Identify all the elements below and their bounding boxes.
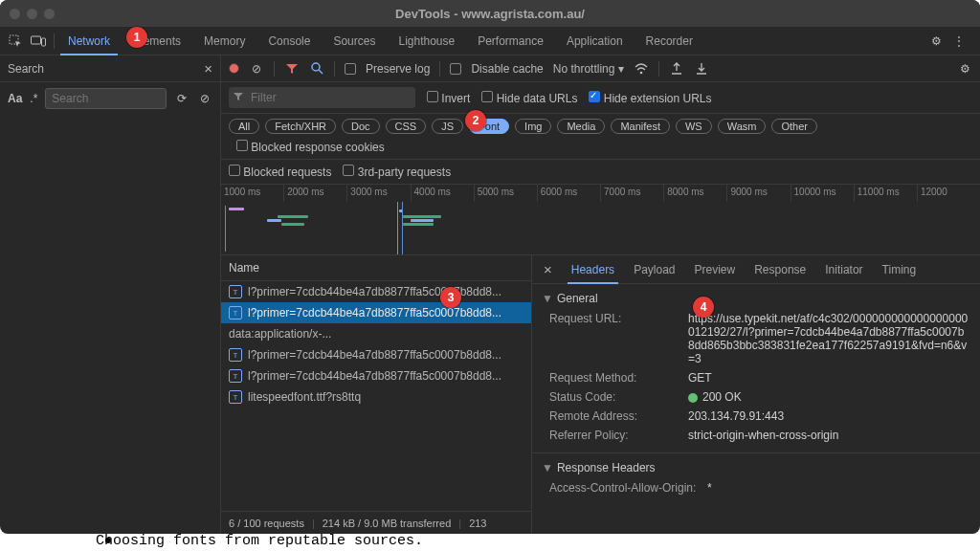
referrer-policy-value: strict-origin-when-cross-origin bbox=[688, 429, 970, 442]
hide-ext-urls-label: Hide extension URLs bbox=[604, 92, 712, 105]
close-window-dot[interactable] bbox=[10, 9, 20, 19]
type-filter-img[interactable]: Img bbox=[515, 119, 551, 134]
devtools-window: DevTools - www.agrista.com.au/ NetworkEl… bbox=[0, 0, 980, 534]
response-headers-section[interactable]: ▼Response Headers bbox=[532, 452, 980, 478]
regex-toggle[interactable]: .* bbox=[30, 92, 37, 105]
request-row[interactable]: data:application/x-... bbox=[221, 323, 531, 344]
remote-address-value: 203.134.79.91:443 bbox=[688, 409, 970, 423]
search-title: Search bbox=[8, 62, 198, 76]
tab-console[interactable]: Console bbox=[256, 27, 322, 55]
annotation-badge-1: 1 bbox=[126, 27, 147, 48]
settings-gear-icon[interactable]: ⚙ bbox=[928, 33, 944, 49]
tab-recorder[interactable]: Recorder bbox=[635, 27, 704, 55]
timeline-tick: 9000 ms bbox=[726, 185, 790, 202]
disable-cache-checkbox[interactable] bbox=[450, 63, 461, 75]
preserve-log-label: Preserve log bbox=[366, 62, 430, 76]
detail-tab-headers[interactable]: Headers bbox=[562, 255, 624, 284]
preserve-log-checkbox[interactable] bbox=[345, 63, 356, 75]
detail-tab-response[interactable]: Response bbox=[745, 255, 815, 284]
inspect-icon[interactable] bbox=[8, 33, 23, 49]
request-name: l?primer=7cdcb44be4a7db8877ffa5c0007b8dd… bbox=[248, 285, 501, 298]
hide-data-urls-checkbox[interactable] bbox=[481, 91, 493, 102]
type-filter-css[interactable]: CSS bbox=[386, 119, 427, 134]
detail-tab-timing[interactable]: Timing bbox=[873, 255, 926, 284]
type-filter-fetch-xhr[interactable]: Fetch/XHR bbox=[265, 119, 336, 134]
network-settings-icon[interactable]: ⚙ bbox=[957, 61, 972, 77]
resource-size: 213 bbox=[469, 518, 486, 529]
more-icon[interactable]: ⋮ bbox=[951, 33, 967, 49]
record-button[interactable] bbox=[229, 63, 239, 74]
filter-input[interactable] bbox=[229, 87, 415, 108]
type-filter-manifest[interactable]: Manifest bbox=[611, 119, 670, 134]
invert-checkbox[interactable] bbox=[427, 91, 438, 102]
timeline-tick: 2000 ms bbox=[283, 185, 346, 202]
type-filter-media[interactable]: Media bbox=[557, 119, 605, 134]
tab-lighthouse[interactable]: Lighthouse bbox=[387, 27, 466, 55]
tab-sources[interactable]: Sources bbox=[322, 27, 387, 55]
tab-application[interactable]: Application bbox=[555, 27, 635, 55]
minimize-window-dot[interactable] bbox=[27, 9, 37, 19]
window-title: DevTools - www.agrista.com.au/ bbox=[0, 7, 980, 21]
general-section[interactable]: ▼General bbox=[532, 288, 980, 309]
type-filter-all[interactable]: All bbox=[229, 119, 259, 134]
request-row[interactable]: Tl?primer=7cdcb44be4a7db8877ffa5c0007b8d… bbox=[221, 344, 531, 365]
timeline-tick: 1000 ms bbox=[221, 185, 283, 202]
third-party-label: 3rd-party requests bbox=[358, 165, 451, 179]
throttling-select[interactable]: No throttling▾ bbox=[553, 62, 625, 76]
request-name: l?primer=7cdcb44be4a7db8877ffa5c0007b8dd… bbox=[248, 369, 501, 383]
tab-network[interactable]: Network bbox=[56, 27, 122, 55]
match-case-toggle[interactable]: Aa bbox=[8, 92, 22, 105]
svg-point-3 bbox=[312, 63, 320, 71]
search-input[interactable] bbox=[45, 88, 167, 109]
close-detail-icon[interactable]: × bbox=[536, 261, 560, 277]
search-icon[interactable] bbox=[309, 61, 324, 77]
request-url-value: https://use.typekit.net/af/c4c302/000000… bbox=[688, 312, 970, 365]
timeline-tick: 8000 ms bbox=[663, 185, 726, 202]
acao-key: Access-Control-Allow-Origin: bbox=[549, 481, 707, 495]
tab-performance[interactable]: Performance bbox=[466, 27, 555, 55]
detail-tab-preview[interactable]: Preview bbox=[685, 255, 746, 284]
request-row[interactable]: Tl?primer=7cdcb44be4a7db8877ffa5c0007b8d… bbox=[221, 281, 531, 302]
timeline-tick: 4000 ms bbox=[411, 185, 474, 202]
clear-icon[interactable]: ⊘ bbox=[197, 91, 212, 106]
detail-tab-initiator[interactable]: Initiator bbox=[815, 255, 872, 284]
type-filter-wasm[interactable]: Wasm bbox=[718, 119, 767, 134]
divider bbox=[54, 33, 55, 49]
request-name: data:application/x-... bbox=[229, 327, 331, 341]
zoom-window-dot[interactable] bbox=[44, 9, 55, 19]
request-count: 6 / 100 requests bbox=[229, 518, 304, 529]
export-icon[interactable] bbox=[694, 61, 709, 77]
type-filter-other[interactable]: Other bbox=[771, 119, 817, 134]
type-filter-js[interactable]: JS bbox=[432, 119, 463, 134]
close-search-icon[interactable]: × bbox=[204, 60, 212, 77]
extra-filter-row: Blocked requests 3rd-party requests bbox=[221, 160, 980, 185]
status-code-value: 200 OK bbox=[688, 390, 970, 404]
blocked-req-checkbox[interactable] bbox=[229, 165, 240, 176]
tab-memory[interactable]: Memory bbox=[192, 27, 256, 55]
timeline-tick: 5000 ms bbox=[474, 185, 537, 202]
svg-point-5 bbox=[640, 71, 643, 74]
hide-ext-urls-checkbox[interactable] bbox=[589, 91, 600, 102]
type-filter-doc[interactable]: Doc bbox=[342, 119, 380, 134]
device-icon[interactable] bbox=[31, 33, 46, 49]
request-row[interactable]: Tl?primer=7cdcb44be4a7db8877ffa5c0007b8d… bbox=[221, 365, 531, 386]
timeline-overview[interactable]: 1000 ms2000 ms3000 ms4000 ms5000 ms6000 … bbox=[221, 185, 980, 255]
titlebar: DevTools - www.agrista.com.au/ bbox=[0, 0, 980, 27]
refresh-icon[interactable]: ⟳ bbox=[174, 91, 189, 106]
detail-tab-payload[interactable]: Payload bbox=[624, 255, 684, 284]
hide-data-urls-label: Hide data URLs bbox=[497, 92, 578, 105]
clear-log-icon[interactable]: ⊘ bbox=[249, 61, 264, 77]
name-column-header[interactable]: Name bbox=[221, 255, 531, 281]
third-party-checkbox[interactable] bbox=[343, 165, 354, 176]
blocked-cookies-label: Blocked response cookies bbox=[251, 141, 384, 154]
blocked-cookies-checkbox[interactable] bbox=[236, 140, 248, 151]
type-filter-ws[interactable]: WS bbox=[676, 119, 712, 134]
filter-bar: Invert Hide data URLs Hide extension URL… bbox=[221, 82, 980, 114]
filter-icon[interactable] bbox=[284, 61, 300, 77]
import-icon[interactable] bbox=[669, 61, 684, 77]
network-conditions-icon[interactable] bbox=[634, 61, 649, 77]
request-row[interactable]: Tl?primer=7cdcb44be4a7db8877ffa5c0007b8d… bbox=[221, 302, 531, 323]
timeline-tick: 6000 ms bbox=[537, 185, 600, 202]
main-tab-bar: NetworkElementsMemoryConsoleSourcesLight… bbox=[0, 27, 980, 55]
request-row[interactable]: Tlitespeedfont.ttf?rs8ttq bbox=[221, 386, 531, 408]
